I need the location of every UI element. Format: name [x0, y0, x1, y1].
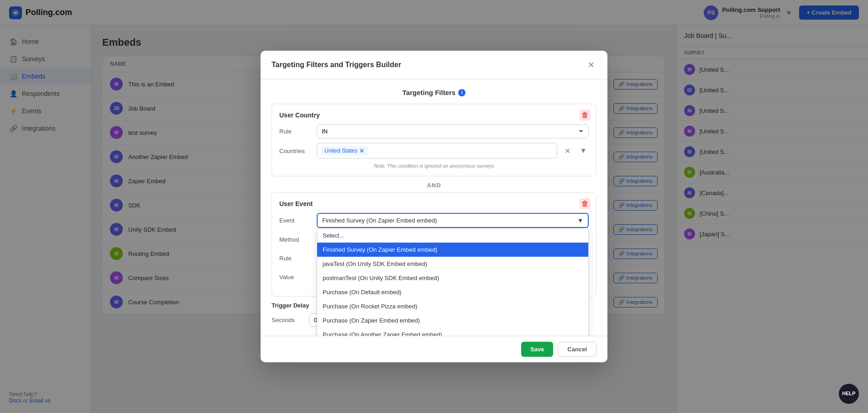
filter-card-title-country: User Country: [279, 111, 589, 119]
modal-title: Targeting Filters and Triggers Builder: [272, 61, 401, 69]
help-button[interactable]: HELP: [839, 384, 859, 404]
modal-body: Targeting Filters i User Country 🗑 Rule …: [261, 79, 607, 336]
event-dropdown-wrapper: Finished Survey (On Zapier Embed embed) …: [317, 213, 589, 228]
modal-header: Targeting Filters and Triggers Builder ✕: [261, 51, 607, 79]
event-label: Event: [279, 217, 311, 224]
dropdown-chevron-icon: ▼: [577, 217, 583, 224]
info-icon[interactable]: i: [458, 89, 465, 96]
and-divider: AND: [272, 182, 596, 189]
expand-countries-button[interactable]: ▼: [578, 145, 589, 157]
cancel-button[interactable]: Cancel: [558, 342, 596, 357]
countries-input[interactable]: United States ✕: [317, 143, 557, 159]
modal-close-button[interactable]: ✕: [586, 58, 596, 72]
modal-outer: Targeting Filters and Triggers Builder ✕…: [261, 51, 607, 362]
filter-card-title-event: User Event: [279, 200, 589, 207]
user-country-filter: User Country 🗑 Rule IN NOT IN Countries: [272, 104, 596, 176]
country-tag-text: United States: [324, 148, 357, 154]
event-selected-text: Finished Survey (On Zapier Embed embed): [322, 217, 437, 224]
remove-tag-button[interactable]: ✕: [359, 147, 365, 154]
anonymous-note: Note: This condition is ignored on anony…: [279, 163, 589, 169]
rule-label-event: Rule: [279, 255, 311, 262]
save-button[interactable]: Save: [521, 342, 553, 357]
dropdown-item[interactable]: javaTest (On Unity SDK Embed embed): [317, 257, 588, 271]
rule-label: Rule: [279, 128, 311, 135]
section-title: Targeting Filters i: [272, 89, 596, 96]
dropdown-item[interactable]: Purchase (On Rocket Pizza embed): [317, 299, 588, 313]
dropdown-item[interactable]: postmanTest (On Unity SDK Embed embed): [317, 271, 588, 285]
dropdown-item[interactable]: Finished Survey (On Zapier Embed embed): [317, 243, 588, 257]
event-row: Event Finished Survey (On Zapier Embed e…: [279, 213, 589, 228]
remove-country-filter-button[interactable]: 🗑: [580, 110, 591, 121]
dropdown-item[interactable]: Purchase (On Zapier Embed embed): [317, 313, 588, 328]
country-tag: United States ✕: [321, 146, 368, 155]
countries-label: Countries: [279, 148, 311, 154]
dropdown-item[interactable]: Select...: [317, 228, 588, 243]
clear-countries-button[interactable]: ✕: [563, 145, 572, 157]
dropdown-items-container: Select...Finished Survey (On Zapier Embe…: [317, 228, 588, 336]
countries-row: Countries United States ✕ ✕ ▼: [279, 143, 589, 159]
targeting-filters-modal: Targeting Filters and Triggers Builder ✕…: [261, 51, 607, 362]
trash-icon: 🗑: [581, 111, 589, 119]
remove-event-filter-button[interactable]: 🗑: [580, 198, 591, 209]
trash-icon-2: 🗑: [581, 200, 589, 208]
method-label: Method: [279, 236, 311, 243]
event-select-trigger[interactable]: Finished Survey (On Zapier Embed embed) …: [317, 213, 589, 228]
rule-select[interactable]: IN NOT IN: [317, 124, 589, 138]
trigger-delay-label: Trigger Delay: [272, 302, 309, 309]
help-label: HELP: [842, 391, 855, 397]
rule-row: Rule IN NOT IN: [279, 124, 589, 138]
value-label: Value: [279, 274, 311, 281]
user-event-filter: User Event 🗑 Event Finished Survey (On Z…: [272, 192, 596, 297]
seconds-label: Seconds: [272, 317, 303, 323]
event-dropdown-list: Select...Finished Survey (On Zapier Embe…: [317, 228, 589, 336]
dropdown-item[interactable]: Purchase (On Default embed): [317, 285, 588, 299]
dropdown-item[interactable]: Purchase (On Another Zapier Embed embed): [317, 328, 588, 336]
modal-footer: Save Cancel: [261, 336, 607, 362]
